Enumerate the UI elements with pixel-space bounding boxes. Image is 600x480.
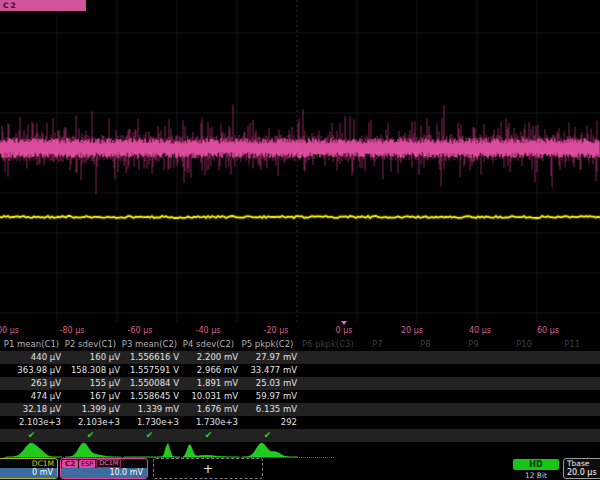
measure-cell: 1.399 µV	[61, 403, 120, 416]
descriptor-bar: DC1M 0 mV C2 ESP DC1M 10.0 mV + HD 12 Bi…	[0, 458, 600, 480]
measure-cell: 32.18 µV	[2, 403, 61, 416]
measure-cell: 160 µV	[61, 351, 120, 364]
histicon-p1[interactable]	[6, 441, 62, 458]
measure-inactive-header[interactable]: P8	[420, 338, 431, 351]
measure-cell: 2.103e+3	[2, 416, 61, 429]
c1-coupling-label: DC1M	[0, 459, 57, 468]
measure-cell: 27.97 mV	[238, 351, 297, 364]
c2-coupling-badge: DC1M	[96, 459, 121, 468]
measure-row: 363.98 µV158.308 µV1.557591 V2.966 mV33.…	[0, 364, 600, 377]
measure-cell: 1.676 mV	[179, 403, 238, 416]
measure-inactive-header[interactable]: P10	[516, 338, 532, 351]
measure-cell: 1.730e+3	[179, 416, 238, 429]
time-label: -40 µs	[196, 326, 221, 335]
measure-cell: 363.98 µV	[2, 364, 61, 377]
waveform-traces	[0, 0, 600, 322]
time-label: 60 µs	[537, 326, 559, 335]
measure-cell: 1.556616 V	[120, 351, 179, 364]
status-check-icon: ✔	[120, 429, 179, 441]
measure-row: 263 µV155 µV1.550084 V1.891 mV25.03 mV	[0, 377, 600, 390]
channel-descriptor-c2[interactable]: C2 ESP DC1M 10.0 mV	[60, 458, 148, 479]
measure-cell: 33.477 mV	[238, 364, 297, 377]
time-label: 20 µs	[401, 326, 423, 335]
measure-cell: 167 µV	[61, 390, 120, 403]
channel-descriptor-c1[interactable]: DC1M 0 mV	[0, 458, 58, 479]
measure-column-header[interactable]: P2 sdev(C1)	[61, 338, 120, 351]
measure-cell: 1.339 mV	[120, 403, 179, 416]
measure-inactive-header[interactable]: P6 pkpk(C3)	[302, 338, 354, 351]
measure-cell: 2.200 mV	[179, 351, 238, 364]
adc-bits-label: 12 Bit	[513, 471, 559, 480]
measure-cell: 25.03 mV	[238, 377, 297, 390]
measure-inactive-header[interactable]: P11	[564, 338, 580, 351]
histicon-p4[interactable]	[183, 441, 239, 458]
tbase-value: 20.0 µs	[564, 468, 600, 478]
measure-cell: 1.730e+3	[120, 416, 179, 429]
histicon-p5[interactable]	[242, 441, 298, 458]
add-trace-button[interactable]: +	[153, 458, 263, 479]
measure-row: 2.103e+32.103e+31.730e+31.730e+3292	[0, 416, 600, 429]
measure-cell: 10.031 mV	[179, 390, 238, 403]
measure-column-header[interactable]: P3 mean(C2)	[120, 338, 179, 351]
time-label: 40 µs	[469, 326, 491, 335]
measure-cell: 2.966 mV	[179, 364, 238, 377]
time-label: 0 µs	[336, 326, 353, 335]
measure-cell: 155 µV	[61, 377, 120, 390]
measure-cell: 440 µV	[2, 351, 61, 364]
status-check-icon: ✔	[2, 429, 61, 441]
measure-cell: 263 µV	[2, 377, 61, 390]
measure-cell: 474 µV	[2, 390, 61, 403]
c2-vertical-scale-value[interactable]: 10.0 mV	[61, 468, 147, 478]
trigger-position-marker	[341, 321, 347, 325]
measure-cell: 1.891 mV	[179, 377, 238, 390]
time-label: -60 µs	[128, 326, 153, 335]
measure-column-header[interactable]: P1 mean(C1)	[2, 338, 61, 351]
measure-cell: 1.558645 V	[120, 390, 179, 403]
c2-esp-badge: ESP	[79, 460, 95, 468]
measure-column-header[interactable]: P5 pkpk(C2)	[238, 338, 297, 351]
measure-table: P1 mean(C1)P2 sdev(C1)P3 mean(C2)P4 sdev…	[0, 338, 600, 442]
status-check-icon: ✔	[179, 429, 238, 441]
measure-cell: 158.308 µV	[61, 364, 120, 377]
c1-vertical-scale-value[interactable]: 0 mV	[0, 468, 57, 478]
plus-icon: +	[203, 461, 214, 476]
c2-channel-badge: C2	[62, 460, 78, 468]
measure-row: 32.18 µV1.399 µV1.339 mV1.676 mV6.135 mV	[0, 403, 600, 416]
histicon-p2[interactable]	[65, 441, 121, 458]
measure-column-header[interactable]: P4 sdev(C2)	[179, 338, 238, 351]
status-check-icon: ✔	[238, 429, 297, 441]
hd-mode-badge[interactable]: HD	[513, 459, 559, 470]
measure-cell: 292	[238, 416, 297, 429]
measure-row: 440 µV160 µV1.556616 V2.200 mV27.97 mV	[0, 351, 600, 364]
trace-label: C2	[0, 0, 86, 11]
timebase-descriptor[interactable]: Tbase 20.0 µs	[563, 458, 600, 479]
measure-cell: 1.557591 V	[120, 364, 179, 377]
measure-cell: 6.135 mV	[238, 403, 297, 416]
histicon-p3[interactable]	[124, 441, 180, 458]
measure-inactive-header[interactable]: P9	[468, 338, 479, 351]
measure-cell: 59.97 mV	[238, 390, 297, 403]
time-label: -20 µs	[264, 326, 289, 335]
time-axis: -100 µs-80 µs-60 µs-40 µs-20 µs0 µs20 µs…	[0, 321, 600, 338]
measure-inactive-header[interactable]: P7	[372, 338, 383, 351]
oscilloscope-screen: C2 -100 µs-80 µs-60 µs-40 µs-20 µs0 µs20…	[0, 0, 600, 480]
measure-table-header: P1 mean(C1)P2 sdev(C1)P3 mean(C2)P4 sdev…	[0, 338, 600, 351]
tbase-label: Tbase	[564, 459, 600, 468]
status-check-icon: ✔	[61, 429, 120, 441]
measure-row: 474 µV167 µV1.558645 V10.031 mV59.97 mV	[0, 390, 600, 403]
measure-cell: 2.103e+3	[61, 416, 120, 429]
waveform-grid[interactable]: C2	[0, 0, 600, 322]
measure-cell: 1.550084 V	[120, 377, 179, 390]
histicon-strip	[0, 441, 600, 458]
time-label: -80 µs	[60, 326, 85, 335]
time-label: -100 µs	[0, 326, 19, 335]
